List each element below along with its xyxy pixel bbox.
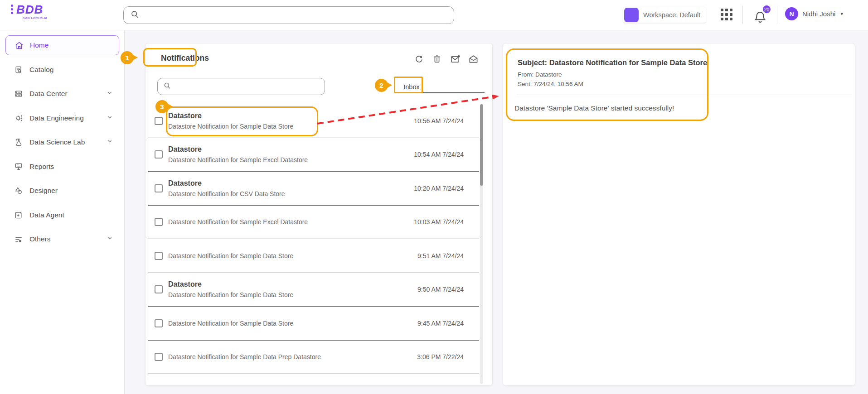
refresh-icon[interactable] <box>413 53 424 64</box>
notification-timestamp: 10:20 AM 7/24/24 <box>408 185 464 192</box>
logo-text: BDB <box>16 4 71 15</box>
chevron-down-icon <box>107 90 113 98</box>
scrollbar-thumb[interactable] <box>480 104 483 186</box>
notification-checkbox[interactable] <box>155 319 163 327</box>
notification-title: Datastore <box>168 145 308 154</box>
notification-timestamp: 3:06 PM 7/22/24 <box>412 353 464 360</box>
sidebar-item-data-engineering[interactable]: Data Engineering <box>5 108 119 128</box>
notification-checkbox[interactable] <box>155 150 163 159</box>
sidebar-item-label: Home <box>30 41 48 49</box>
notification-subtitle: Datastore Notification for Sample Data P… <box>168 353 321 360</box>
notification-timestamp: 10:54 AM 7/24/24 <box>408 151 464 158</box>
notification-checkbox[interactable] <box>155 218 163 226</box>
reports-icon <box>14 162 24 172</box>
notification-list-item[interactable]: Datastore Datastore Notification for Sam… <box>148 138 479 172</box>
sidebar-item-label: Others <box>29 235 51 243</box>
sidebar-item-reports[interactable]: Reports <box>5 157 119 177</box>
notification-detail-panel: Subject: Datastore Notification for Samp… <box>503 43 855 386</box>
annotation-marker-2: 2 <box>375 79 388 92</box>
detail-subject: Subject: Datastore Notification for Samp… <box>518 58 707 67</box>
notification-list-item[interactable]: Datastore <box>148 374 479 386</box>
sidebar-item-label: Data Engineering <box>29 114 84 122</box>
notification-list-item[interactable]: Datastore Notification for Sample Data P… <box>148 341 479 375</box>
user-menu[interactable]: N Nidhi Joshi ▾ <box>785 7 843 20</box>
notification-actions <box>413 53 479 64</box>
notification-list-item[interactable]: Datastore Notification for Sample Data S… <box>148 239 479 273</box>
bdb-logo[interactable]: BDB Raw Data to AI <box>16 4 71 20</box>
notification-subtitle: Datastore Notification for CSV Data Stor… <box>168 190 285 197</box>
notification-timestamp: 9:51 AM 7/24/24 <box>412 252 464 259</box>
sidebar-item-data-agent[interactable]: Data Agent <box>5 205 119 225</box>
mark-read-icon[interactable] <box>468 53 479 64</box>
notification-timestamp: 10:03 AM 7/24/24 <box>408 218 464 226</box>
topbar-divider <box>742 6 743 24</box>
global-search-bar[interactable] <box>123 6 454 24</box>
notification-list-item[interactable]: Datastore Datastore Notification for Sam… <box>148 273 479 307</box>
tab-inbox-underline <box>400 92 485 93</box>
notification-list-item[interactable]: Datastore Notification for Sample Excel … <box>148 206 479 240</box>
search-icon <box>163 82 171 91</box>
notification-subtitle: Datastore Notification for Sample Excel … <box>168 156 308 163</box>
notification-list: Datastore Datastore Notification for Sam… <box>148 104 479 386</box>
notification-subtitle: Datastore Notification for Sample Data S… <box>168 252 293 259</box>
sidebar-item-label: Reports <box>29 163 54 171</box>
notifications-bell-button[interactable]: 20 <box>752 7 770 25</box>
sidebar-item-label: Designer <box>29 187 58 195</box>
logo-dots-decoration <box>11 5 13 14</box>
notification-subtitle: Datastore Notification for Sample Data S… <box>168 123 293 130</box>
data-engineering-icon <box>14 113 24 123</box>
sidebar-item-label: Data Agent <box>29 211 64 219</box>
notifications-search-input[interactable] <box>175 83 325 90</box>
data-science-lab-icon <box>14 137 24 147</box>
user-avatar: N <box>785 7 798 20</box>
workspace-color-swatch <box>624 8 639 22</box>
notification-list-item[interactable]: Datastore Notification for Sample Data S… <box>148 307 479 341</box>
apps-grid-icon[interactable] <box>721 9 734 22</box>
sidebar-menu: Home Catalog Data Center <box>0 35 125 249</box>
top-bar: BDB Raw Data to AI Workspace: Default 20 <box>0 0 868 30</box>
sidebar-item-data-center[interactable]: Data Center <box>5 84 119 104</box>
notification-checkbox[interactable] <box>155 353 163 361</box>
notification-list-item[interactable]: Datastore Datastore Notification for CSV… <box>148 172 479 206</box>
delete-icon[interactable] <box>432 53 442 64</box>
sidebar-item-label: Data Science Lab <box>29 138 85 146</box>
sidebar-item-home[interactable]: Home <box>5 35 119 55</box>
chevron-down-icon <box>107 235 113 243</box>
annotation-marker-3: 3 <box>155 100 169 113</box>
user-name: Nidhi Joshi <box>802 10 835 18</box>
workspace-selector[interactable]: Workspace: Default <box>623 7 706 23</box>
notification-subtitle: Datastore Notification for Sample Data S… <box>168 291 293 298</box>
others-icon <box>14 234 24 244</box>
chevron-down-icon <box>107 114 113 122</box>
application-window: BDB Raw Data to AI Workspace: Default 20 <box>0 0 868 394</box>
notifications-search-bar[interactable] <box>157 78 325 95</box>
sidebar-item-designer[interactable]: Designer <box>5 181 119 201</box>
notification-title: Datastore <box>168 280 293 288</box>
data-agent-icon <box>14 210 24 220</box>
logo-tagline: Raw Data to AI <box>23 16 71 20</box>
chevron-down-icon <box>107 138 113 146</box>
notification-checkbox[interactable] <box>155 252 163 260</box>
home-icon <box>14 40 24 50</box>
tab-inbox[interactable]: Inbox <box>398 81 425 93</box>
notification-list-item[interactable]: Datastore Datastore Notification for Sam… <box>148 104 479 138</box>
sidebar-item-data-science-lab[interactable]: Data Science Lab <box>5 132 119 152</box>
sidebar-item-label: Catalog <box>29 66 53 74</box>
notification-subtitle: Datastore Notification for Sample Data S… <box>168 320 293 327</box>
search-icon <box>130 10 140 21</box>
global-search-input[interactable] <box>144 11 454 19</box>
notification-checkbox[interactable] <box>155 117 163 125</box>
notification-timestamp: 9:45 AM 7/24/24 <box>412 320 464 327</box>
sidebar-item-catalog[interactable]: Catalog <box>5 60 119 80</box>
notification-subtitle: Datastore Notification for Sample Excel … <box>168 218 308 226</box>
notification-checkbox[interactable] <box>155 285 163 293</box>
sidebar-item-others[interactable]: Others <box>5 229 119 249</box>
designer-icon <box>14 186 24 196</box>
mark-unread-icon[interactable] <box>450 53 461 64</box>
catalog-icon <box>14 65 24 75</box>
chevron-down-icon: ▾ <box>840 11 843 17</box>
notification-checkbox[interactable] <box>155 184 163 192</box>
notification-timestamp: 10:56 AM 7/24/24 <box>408 117 464 125</box>
annotation-marker-1: 1 <box>121 51 134 64</box>
detail-from: From: Datastore <box>518 71 562 78</box>
